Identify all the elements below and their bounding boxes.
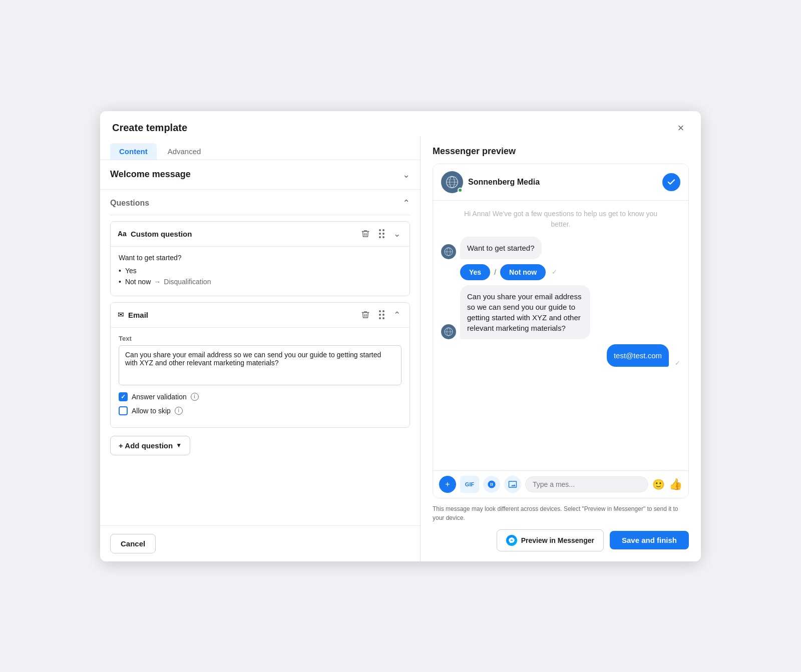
custom-question-type-label: Custom question [131,230,359,238]
bot-avatar-1 [441,244,456,259]
disqualification-label: Disqualification [164,278,211,286]
preview-in-messenger-button[interactable]: Preview in Messenger [497,529,604,551]
message-input[interactable] [525,476,648,492]
question-card-2-header: ✉ Email [111,303,410,328]
preview-title: Messenger preview [433,146,689,157]
page-name: Sonnenberg Media [468,178,662,187]
answer-option-yes: Yes [119,267,402,275]
preview-in-messenger-label: Preview in Messenger [521,536,594,544]
reply-separator: / [494,268,496,276]
add-attachment-button[interactable]: + [439,476,456,493]
bot-avatar-2 [441,324,456,339]
right-panel: Messenger preview So [421,136,701,561]
online-dot [458,188,463,193]
question-2-drag-button[interactable] [377,309,386,320]
question-1-collapse-button[interactable]: ⌄ [391,228,403,240]
answer-option-not-now: Not now → Disqualification [119,278,402,286]
question-1-delete-button[interactable] [359,228,372,239]
question-2-delete-button[interactable] [359,309,372,320]
questions-chevron-up-icon: ⌃ [403,198,410,209]
modal: Create template × Content Advanced Welco… [100,111,701,561]
right-footer: Preview in Messenger Save and finish [433,529,689,551]
user-reply-checkmark-icon: ✓ [675,359,680,367]
tab-content[interactable]: Content [110,143,157,160]
question2-bubble: Can you share your email address so we c… [460,285,590,339]
question-1-drag-button[interactable] [377,228,386,239]
messenger-input-bar: + GIF 🙂 👍 [433,470,688,498]
welcome-section-header[interactable]: Welcome message ⌄ [100,160,420,190]
close-button[interactable]: × [673,120,689,136]
bot-intro-text: Hi Anna! We've got a few questions to he… [441,209,680,230]
left-footer: Cancel [100,525,420,561]
reply-yes-button[interactable]: Yes [460,264,490,280]
welcome-chevron-down-icon: ⌄ [403,169,410,180]
modal-title: Create template [112,122,187,134]
email-type-icon: ✉ [118,310,124,319]
question1-bubble: Want to get started? [460,237,542,259]
disqualification-arrow-icon: → [154,278,161,286]
verified-badge [662,173,680,191]
messenger-preview: Sonnenberg Media Hi Anna! We've got a fe… [433,164,689,498]
question-card-1-header: Aa Custom question [111,222,410,247]
question-card-1-body: Want to get started? Yes Not now → Disqu… [111,247,410,296]
checkmark-icon: ✓ [552,268,557,276]
custom-question-type-icon: Aa [118,230,127,238]
text-field-label: Text [119,335,402,342]
chevron-down-icon: ⌄ [393,229,400,239]
allow-skip-label: Allow to skip [132,407,171,415]
questions-section: Questions ⌃ Aa Custom question [100,190,420,428]
answer-validation-checkbox[interactable] [119,392,128,401]
image-button[interactable] [504,476,521,493]
question-2-actions: ⌃ [359,309,403,321]
left-content: Welcome message ⌄ Questions ⌃ Aa Custom … [100,160,420,525]
plus-icon: + [445,480,450,489]
allow-skip-info-icon[interactable]: i [175,407,183,415]
left-panel: Content Advanced Welcome message ⌄ Quest… [100,136,421,561]
tabs-bar: Content Advanced [100,136,420,160]
avatar [441,171,463,193]
modal-header: Create template × [100,111,701,136]
preview-disclaimer: This message may look different across d… [433,504,689,522]
reply-not-now-button[interactable]: Not now [500,264,546,280]
chevron-up-icon: ⌃ [393,310,400,320]
question-card-2-body: Text Can you share your email address so… [111,328,410,427]
welcome-section-title: Welcome message [110,169,191,180]
answer-validation-label: Answer validation [132,393,187,401]
message-row-user-reply: test@test.com ✓ [441,344,680,367]
thumbsup-icon[interactable]: 👍 [669,478,682,491]
user-reply-bubble: test@test.com [607,344,669,367]
tab-advanced[interactable]: Advanced [159,143,210,160]
modal-body: Content Advanced Welcome message ⌄ Quest… [100,136,701,561]
answer-validation-row: Answer validation i [119,392,402,401]
questions-section-header[interactable]: Questions ⌃ [110,190,410,215]
reply-options: Yes / Not now ✓ [460,264,680,280]
message-row-question2: Can you share your email address so we c… [441,285,680,339]
email-question-textarea[interactable]: Can you share your email address so we c… [119,345,402,385]
messenger-logo-icon [506,535,517,546]
messenger-messages: Hi Anna! We've got a few questions to he… [433,201,688,470]
allow-skip-checkbox[interactable] [119,406,128,415]
question-card-2: ✉ Email [110,302,410,428]
questions-section-title: Questions [110,199,149,208]
add-question-dropdown-icon: ▼ [176,442,182,449]
cancel-button[interactable]: Cancel [110,534,156,553]
answer-validation-info-icon[interactable]: i [191,393,199,401]
messenger-header: Sonnenberg Media [433,164,688,201]
drag-icon-2 [379,310,384,319]
save-and-finish-button[interactable]: Save and finish [610,531,689,549]
question-1-actions: ⌄ [359,228,403,240]
question-card-1: Aa Custom question [110,221,410,296]
question-2-collapse-button[interactable]: ⌃ [391,309,403,321]
question-1-text: Want to get started? [119,254,402,262]
allow-skip-row: Allow to skip i [119,406,402,415]
email-type-label: Email [128,311,359,319]
drag-icon [379,229,384,238]
emoji-icon[interactable]: 🙂 [652,478,665,490]
sticker-button[interactable] [483,476,500,493]
add-question-label: + Add question [119,441,173,450]
gif-button[interactable]: GIF [460,476,479,493]
add-question-button[interactable]: + Add question ▼ [110,436,190,455]
message-row-question1: Want to get started? [441,237,680,259]
